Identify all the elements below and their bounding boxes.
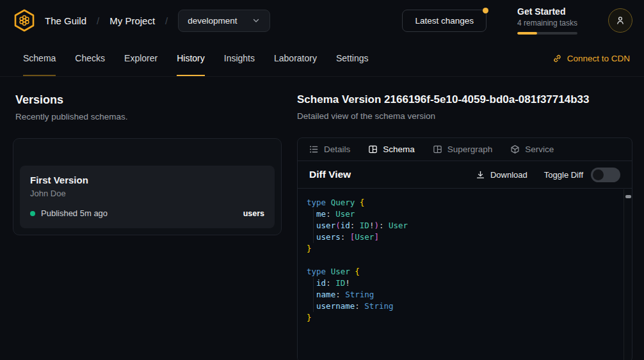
code-token <box>383 221 389 230</box>
code-token: ] <box>374 232 379 242</box>
nav-tab-history[interactable]: History <box>177 41 205 76</box>
code-line: type User { <box>307 266 624 278</box>
breadcrumb-separator: / <box>165 15 168 26</box>
code-token: ) <box>374 221 379 230</box>
code-token <box>307 278 316 288</box>
get-started-subtitle: 4 remaining tasks <box>517 19 577 27</box>
code-token <box>355 198 360 207</box>
columns-icon <box>368 145 378 154</box>
schema-version-subtitle: Detailed view of the schema version <box>297 111 632 121</box>
diff-view-title: Diff View <box>309 169 351 180</box>
code-token: } <box>307 313 312 322</box>
code-token: username <box>316 301 355 311</box>
nav-tab-checks[interactable]: Checks <box>75 41 105 76</box>
code-token <box>326 198 331 207</box>
code-token: String <box>364 301 393 311</box>
download-icon <box>476 170 485 180</box>
user-avatar[interactable] <box>608 8 632 33</box>
toggle-diff-label: Toggle Diff <box>544 170 583 180</box>
code-scrollbar[interactable] <box>624 189 632 360</box>
version-status: Published 5m ago <box>41 208 108 218</box>
detail-tab-service[interactable]: Service <box>510 145 554 154</box>
code-token: Query <box>331 198 355 207</box>
link-icon <box>552 54 562 63</box>
code-token: String <box>345 290 374 299</box>
code-token: { <box>355 267 360 276</box>
version-name: First Version <box>30 175 264 185</box>
detail-tabs: DetailsSchemaSupergraphService <box>298 138 632 161</box>
indent-guide <box>313 278 314 312</box>
detail-tab-label: Service <box>525 145 554 154</box>
latest-changes-label: Latest changes <box>415 16 474 26</box>
code-token: User <box>389 221 408 230</box>
code-line: } <box>307 243 624 254</box>
breadcrumb-project[interactable]: My Project <box>109 15 155 26</box>
code-token: : <box>335 290 341 299</box>
code-token: id <box>341 221 350 230</box>
code-token <box>307 290 316 299</box>
code-token: : <box>326 209 331 219</box>
cube-icon <box>510 145 520 154</box>
hive-logo-icon[interactable] <box>12 8 37 33</box>
person-icon <box>615 15 625 26</box>
version-card[interactable]: First Version John Doe Published 5m ago … <box>20 166 275 228</box>
detail-tab-details[interactable]: Details <box>309 145 350 154</box>
latest-changes-button[interactable]: Latest changes <box>402 10 487 32</box>
code-token <box>307 209 316 219</box>
toggle-diff-switch[interactable] <box>591 168 620 182</box>
code-line: me: User <box>307 208 624 220</box>
schema-sdl-code[interactable]: type Query { me: User user(id: ID!): Use… <box>298 189 624 360</box>
code-token <box>307 221 316 230</box>
versions-subtitle: Recently published schemas. <box>13 112 282 121</box>
list-icon <box>309 145 319 154</box>
code-token <box>355 221 360 230</box>
code-token: ID <box>360 221 369 230</box>
code-token: User <box>335 209 355 219</box>
download-label: Download <box>490 170 527 180</box>
code-token: User <box>331 267 350 276</box>
breadcrumb-org[interactable]: The Guild <box>45 15 86 26</box>
nav-tab-settings[interactable]: Settings <box>336 41 369 76</box>
code-token: } <box>307 244 312 253</box>
code-token: User <box>355 232 374 242</box>
breadcrumb: The Guild / My Project / development <box>45 10 270 32</box>
indent-guide <box>313 208 314 243</box>
schema-detail-card: DetailsSchemaSupergraphService Diff View… <box>297 137 632 360</box>
versions-panel: Versions Recently published schemas. Fir… <box>13 93 282 235</box>
code-token: type <box>307 198 326 207</box>
versions-title: Versions <box>13 93 282 107</box>
code-token <box>326 267 331 276</box>
code-scrollbar-thumb[interactable] <box>625 195 631 198</box>
get-started-widget[interactable]: Get Started 4 remaining tasks <box>517 6 577 35</box>
target-selector[interactable]: development <box>178 10 270 32</box>
service-badge: users <box>243 209 264 218</box>
schema-version-title: Schema Version 2166196f-5e10-4059-bd0a-0… <box>297 93 632 106</box>
code-token <box>307 232 316 242</box>
code-token <box>345 232 350 242</box>
target-selector-value: development <box>188 16 237 26</box>
download-button[interactable]: Download <box>476 170 527 180</box>
code-token: : <box>355 301 360 311</box>
code-token: { <box>360 198 365 207</box>
nav-tab-laboratory[interactable]: Laboratory <box>274 41 317 76</box>
diff-view-header: Diff View Download Toggle Diff <box>298 161 632 189</box>
detail-tab-schema[interactable]: Schema <box>368 145 415 154</box>
code-line: id: ID! <box>307 278 624 289</box>
code-token: ! <box>345 278 350 288</box>
code-line: name: String <box>307 289 624 301</box>
code-token <box>307 301 316 311</box>
code-token: me <box>316 209 326 219</box>
code-token: type <box>307 267 326 276</box>
nav-tab-explorer[interactable]: Explorer <box>124 41 157 76</box>
schema-version-panel: Schema Version 2166196f-5e10-4059-bd0a-0… <box>297 93 632 360</box>
get-started-progress-fill <box>517 32 537 35</box>
published-status-dot <box>30 211 35 216</box>
detail-tab-label: Details <box>324 145 350 154</box>
nav-tab-insights[interactable]: Insights <box>224 41 255 76</box>
detail-tab-supergraph[interactable]: Supergraph <box>433 145 493 154</box>
version-list: First Version John Doe Published 5m ago … <box>13 138 282 235</box>
connect-to-cdn-link[interactable]: Connect to CDN <box>552 41 630 76</box>
nav-tab-schema[interactable]: Schema <box>23 41 56 76</box>
nav-tabs: SchemaChecksExplorerHistoryInsightsLabor… <box>23 41 369 76</box>
code-token: users <box>316 232 341 242</box>
